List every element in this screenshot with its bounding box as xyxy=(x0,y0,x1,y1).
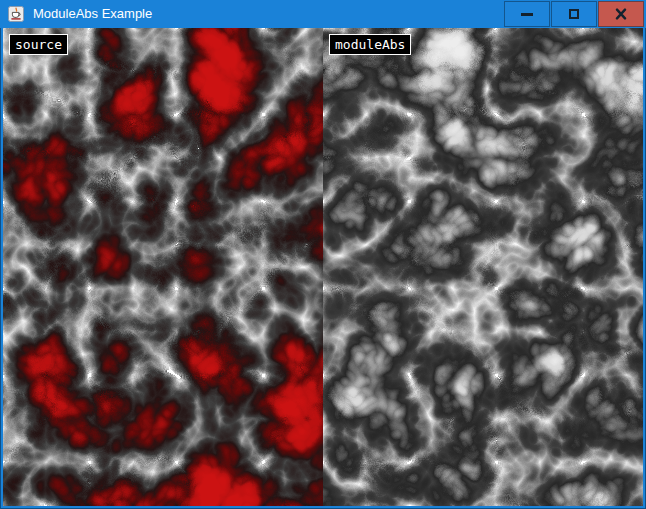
window-title: ModuleAbs Example xyxy=(33,0,152,28)
minimize-button[interactable] xyxy=(504,1,550,27)
source-label: source xyxy=(9,34,68,55)
maximize-button[interactable] xyxy=(551,1,597,27)
moduleabs-noise-image xyxy=(323,28,643,506)
titlebar[interactable]: ModuleAbs Example xyxy=(0,0,646,28)
maximize-icon xyxy=(569,9,579,19)
close-button[interactable] xyxy=(598,1,644,27)
panel-moduleabs: moduleAbs xyxy=(323,28,643,506)
client-area: source xyxy=(3,28,643,506)
moduleabs-label: moduleAbs xyxy=(329,34,411,55)
panel-source: source xyxy=(3,28,323,506)
source-noise-image xyxy=(3,28,323,506)
close-icon xyxy=(615,8,627,20)
java-coffee-cup-icon[interactable] xyxy=(8,6,24,22)
window-controls xyxy=(504,1,644,27)
app-window: ModuleAbs Example xyxy=(0,0,646,509)
minimize-icon xyxy=(521,13,533,16)
